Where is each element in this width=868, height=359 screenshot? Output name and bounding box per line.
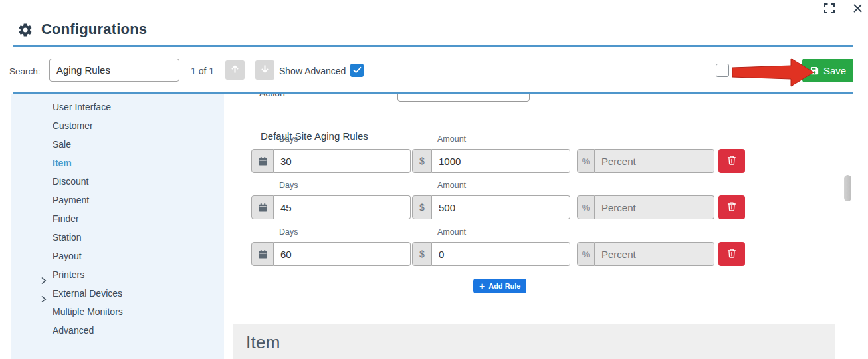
percent-input [595, 242, 714, 266]
configurations-window: Configurations Search: 1 of 1 Show Advan… [0, 0, 868, 359]
checkmark-icon [353, 64, 362, 76]
chevron-right-icon [41, 271, 47, 278]
sidebar-item-label: External Devices [53, 288, 122, 299]
sidebar-item-payout[interactable]: Payout [11, 247, 224, 265]
percent-input-group: % [577, 195, 714, 219]
trash-icon [726, 201, 737, 214]
search-next-button[interactable] [255, 60, 274, 80]
amount-column-label: Amount [437, 181, 466, 190]
sidebar-item-discount[interactable]: Discount [11, 172, 224, 191]
page-title: Configurations [41, 21, 147, 38]
percent-input-group: % [577, 242, 714, 266]
amount-input[interactable] [432, 242, 570, 266]
calendar-icon [251, 195, 274, 219]
fullscreen-icon [824, 3, 835, 15]
sidebar-item-sale[interactable]: Sale [11, 135, 224, 154]
plus-icon: + [479, 281, 485, 291]
amount-input-group: $ [412, 195, 570, 219]
sidebar-item-label: User Interface [53, 102, 111, 112]
percent-icon: % [577, 149, 595, 173]
delete-rule-button[interactable] [718, 242, 745, 266]
fullscreen-button[interactable] [823, 3, 836, 16]
sidebar-item-label: Station [53, 232, 82, 243]
rule-row-inputs: $ % [251, 195, 746, 219]
sidebar-item-label: Sale [53, 139, 71, 150]
show-advanced-label: Show Advanced [279, 66, 346, 76]
close-button[interactable] [851, 3, 864, 16]
days-input[interactable] [274, 195, 411, 219]
days-input[interactable] [274, 242, 411, 266]
search-input[interactable] [49, 59, 179, 82]
trash-icon [726, 155, 737, 168]
show-advanced-checkbox[interactable] [350, 64, 364, 77]
item-section-header: Item [233, 324, 835, 359]
amount-input-group: $ [412, 242, 570, 266]
save-button-label: Save [823, 65, 846, 76]
days-input[interactable] [274, 149, 411, 173]
sidebar-item-item[interactable]: Item [11, 154, 224, 172]
delete-rule-button[interactable] [718, 195, 745, 219]
percent-input-group: % [577, 149, 714, 173]
sidebar-item-label: Finder [53, 213, 79, 224]
percent-input [595, 195, 714, 219]
sidebar-item-label: Advanced [53, 325, 94, 336]
sidebar-item-station[interactable]: Station [11, 228, 224, 247]
rule-row: Days Amount $ % [251, 227, 746, 274]
sidebar-item-printers[interactable]: Printers [11, 265, 224, 284]
update-checkbox[interactable] [716, 64, 729, 77]
sidebar-item-multiple-monitors[interactable]: Multiple Monitors [11, 302, 224, 321]
sidebar-item-label: Item [53, 158, 72, 168]
dollar-icon: $ [412, 149, 432, 173]
days-column-label: Days [279, 227, 298, 237]
sidebar-item-label: Multiple Monitors [53, 306, 123, 317]
sidebar-item-advanced[interactable]: Advanced [11, 321, 224, 340]
calendar-icon [251, 149, 274, 173]
sidebar-item-external-devices[interactable]: External Devices [11, 284, 224, 302]
rule-row-labels: Days Amount [251, 227, 746, 237]
update-label: Up [733, 66, 745, 76]
search-label: Search: [9, 66, 41, 76]
days-input-group [251, 149, 411, 173]
rule-row-inputs: $ % [251, 242, 746, 266]
sidebar-items: User Interface Customer Sale Item Discou… [11, 98, 224, 340]
rule-row-labels: Days Amount [251, 134, 746, 144]
save-icon [810, 66, 819, 76]
sidebar-item-label: Payout [53, 251, 82, 261]
toolbar-divider [13, 92, 853, 94]
save-button[interactable]: Save [802, 59, 853, 82]
percent-icon: % [577, 242, 595, 266]
days-column-label: Days [279, 181, 298, 190]
chevron-right-icon [41, 290, 47, 297]
add-rule-button[interactable]: + Add Rule [473, 279, 526, 293]
vertical-scrollbar-thumb[interactable] [844, 175, 851, 201]
item-section-title: Item [233, 324, 835, 353]
trash-icon [726, 248, 737, 261]
amount-input[interactable] [432, 149, 570, 173]
search-prev-button[interactable] [225, 60, 245, 80]
dollar-icon: $ [412, 242, 432, 266]
main-content: Action Default Site Aging Rules Days Amo… [233, 94, 837, 359]
dollar-icon: $ [412, 195, 432, 219]
arrow-down-icon [261, 64, 269, 76]
delete-rule-button[interactable] [718, 149, 745, 173]
add-rule-label: Add Rule [488, 282, 520, 290]
amount-input[interactable] [432, 195, 570, 219]
amount-column-label: Amount [437, 227, 466, 237]
sidebar-item-payment[interactable]: Payment [11, 191, 224, 209]
header-divider [13, 45, 853, 47]
amount-column-label: Amount [437, 134, 466, 144]
close-icon [853, 4, 862, 15]
action-input[interactable] [397, 94, 530, 102]
arrow-up-icon [231, 64, 239, 76]
sidebar-item-user-interface[interactable]: User Interface [11, 98, 224, 116]
sidebar-item-customer[interactable]: Customer [11, 116, 224, 135]
sidebar-item-label: Discount [53, 176, 88, 187]
days-input-group [251, 195, 411, 219]
sidebar-item-label: Printers [53, 269, 84, 280]
rule-rows: Days Amount $ % Days Amount $ [251, 134, 746, 274]
sidebar-item-finder[interactable]: Finder [11, 209, 224, 228]
days-input-group [251, 242, 411, 266]
rule-row-labels: Days Amount [251, 181, 746, 190]
sidebar: User Interface Customer Sale Item Discou… [11, 94, 224, 359]
percent-icon: % [577, 195, 595, 219]
